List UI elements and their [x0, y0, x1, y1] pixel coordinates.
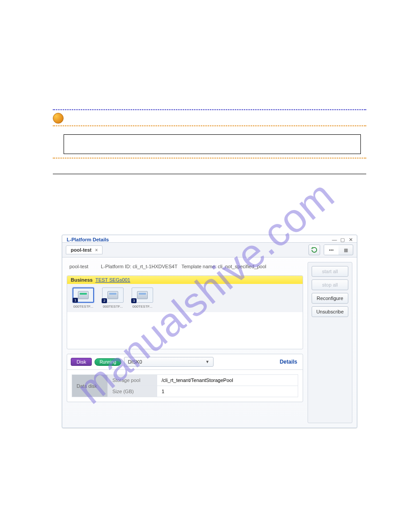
action-sidebar: start all stop all Reconfigure Unsubscri…: [308, 262, 352, 423]
node-badge: 2: [102, 298, 107, 303]
cell-storage-pool-value: /cli_rt_tenant/TenantStoragePool: [157, 375, 298, 386]
template-name-value: cli_not_specified_pool: [218, 264, 266, 269]
window-minimize-icon[interactable]: —: [332, 237, 337, 242]
chevron-down-icon: ▼: [206, 360, 210, 364]
lplatform-id-value: cli_rt_t-1HXDVES4T: [133, 264, 177, 269]
node-row: 1 000TESTF... 2 000TESTF...: [67, 284, 303, 312]
row-header-data-disk: Data disk: [72, 375, 108, 397]
server-icon: [78, 291, 89, 299]
unsubscribe-button[interactable]: Unsubscribe: [312, 306, 348, 317]
lplatform-name: pool-test: [69, 264, 88, 269]
server-node-2[interactable]: 2 000TESTF...: [100, 287, 125, 309]
node-badge: 3: [131, 298, 137, 303]
node-label: 000TESTF...: [103, 305, 123, 309]
stop-all-button[interactable]: stop all: [312, 279, 348, 290]
tab-close-icon[interactable]: ×: [95, 248, 98, 253]
node-label: 000TESTF...: [73, 305, 93, 309]
running-status-badge: Running: [94, 358, 121, 366]
cell-storage-pool-label: Storage pool: [108, 375, 157, 386]
server-node-3[interactable]: 3 000TESTF...: [130, 287, 155, 309]
window-close-icon[interactable]: ✕: [348, 237, 353, 242]
view-toggle-list[interactable]: ▦: [338, 245, 353, 255]
empty-outlined-box: [64, 134, 361, 154]
refresh-button[interactable]: [308, 245, 320, 255]
segment-category-label: Business: [71, 277, 93, 283]
table-row: Data disk Storage pool /cli_rt_tenant/Te…: [72, 375, 298, 386]
disk-select-value: DISK0: [128, 359, 142, 365]
coin-icon: [53, 113, 64, 124]
divider-solid-black: [53, 174, 366, 174]
view-toggle-card[interactable]: •••: [324, 245, 338, 255]
tab-pool-test[interactable]: pool-test ×: [66, 245, 103, 254]
tab-label: pool-test: [71, 247, 91, 253]
disk-details-table: Data disk Storage pool /cli_rt_tenant/Te…: [72, 374, 298, 397]
window-tabbar: pool-test × ••• ▦: [62, 243, 357, 257]
start-all-button[interactable]: start all: [312, 266, 348, 277]
template-name-label: Template name:: [181, 264, 216, 269]
server-node-1[interactable]: 1 000TESTF...: [71, 287, 96, 309]
divider-orange-dotted-1: [53, 125, 366, 126]
disk-tab-button[interactable]: Disk: [71, 358, 92, 366]
window-titlebar: L-Platform Details — ▢ ✕: [62, 235, 357, 243]
topology-canvas: Business TEST SEGs001 1 000TESTF...: [67, 275, 303, 349]
segment-link[interactable]: TEST SEGs001: [95, 277, 130, 283]
lplatform-info-row: pool-test L-Platform ID: cli_rt_t-1HXDVE…: [67, 262, 303, 271]
details-pane: Disk Running DISK0 ▼ Details Data disk S: [67, 354, 303, 402]
window-title: L-Platform Details: [67, 237, 109, 242]
server-icon: [137, 291, 148, 299]
disk-select[interactable]: DISK0 ▼: [124, 357, 214, 367]
refresh-icon: [311, 246, 318, 253]
node-label: 000TESTF...: [133, 305, 152, 309]
segment-bar: Business TEST SEGs001: [67, 276, 303, 284]
server-icon: [107, 291, 118, 299]
view-toggle: ••• ▦: [324, 245, 353, 255]
lplatform-id-label: L-Platform ID:: [101, 264, 131, 269]
cell-size-value: 1: [157, 386, 298, 397]
node-badge: 1: [73, 298, 78, 303]
divider-orange-dotted-2: [53, 158, 366, 159]
cell-size-label: Size (GB): [108, 386, 157, 397]
lplatform-details-window: L-Platform Details — ▢ ✕ pool-test ×: [62, 235, 357, 428]
details-link[interactable]: Details: [280, 359, 299, 365]
window-maximize-icon[interactable]: ▢: [340, 237, 345, 242]
reconfigure-button[interactable]: Reconfigure: [312, 293, 348, 304]
divider-blue-dotted: [53, 109, 366, 110]
